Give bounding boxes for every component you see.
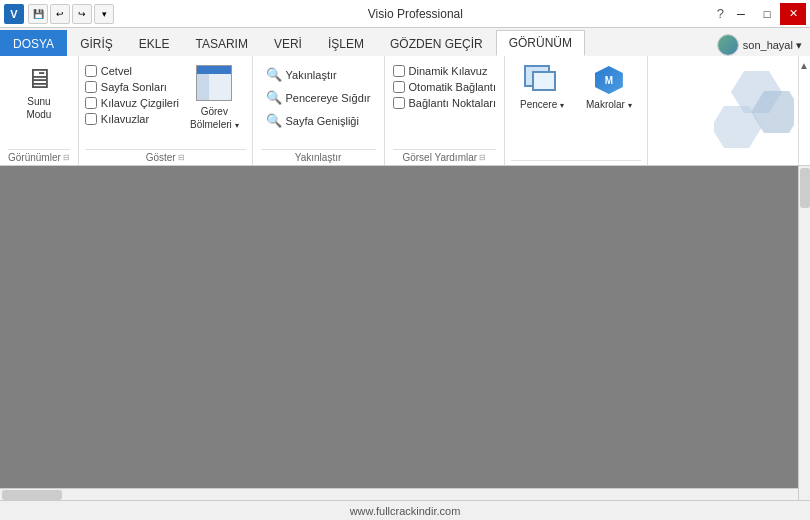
- baglanti-noktalari-input[interactable]: [393, 97, 405, 109]
- cetvel-input[interactable]: [85, 65, 97, 77]
- collapse-ribbon-button[interactable]: ▲: [798, 56, 810, 165]
- yakinlastir-icon: 🔍: [266, 67, 282, 82]
- dinamik-kilavuz-checkbox[interactable]: Dinamik Kılavuz: [393, 64, 496, 78]
- pencere-content: Pencere ▾ M Makrolar ▾: [511, 60, 641, 158]
- customize-button[interactable]: ▾: [94, 4, 114, 24]
- otomatik-baglanti-checkbox[interactable]: Otomatik Bağlantı: [393, 80, 496, 94]
- window-controls: ─ □ ✕: [728, 3, 806, 25]
- tab-tasarim[interactable]: TASARIM: [182, 30, 260, 56]
- goster-expand-icon[interactable]: ⊟: [178, 153, 185, 162]
- makrolar-arrow: ▾: [628, 101, 632, 110]
- user-menu[interactable]: son_hayal ▾: [717, 34, 802, 56]
- tab-gozden[interactable]: GÖZDEN GEÇİR: [377, 30, 496, 56]
- undo-button[interactable]: ↩: [50, 4, 70, 24]
- ribbon-group-goster: Cetvel Sayfa Sonları Kılavuz Çizgileri K…: [79, 56, 253, 165]
- tab-giris[interactable]: GİRİŞ: [67, 30, 126, 56]
- right-decoration: [648, 56, 798, 165]
- status-bar: www.fullcrackindir.com: [0, 500, 810, 520]
- tab-goruntum[interactable]: GÖRÜNÜM: [496, 30, 585, 56]
- goster-col1: Cetvel Sayfa Sonları Kılavuz Çizgileri K…: [85, 60, 179, 126]
- kilavuzlar-input[interactable]: [85, 113, 97, 125]
- hex-decoration: [714, 66, 794, 156]
- sunu-modu-label: SunuModu: [26, 95, 51, 121]
- sunu-modu-button[interactable]: 🖥 SunuModu: [17, 60, 61, 126]
- pencere-icon: [524, 65, 560, 95]
- gorev-bolmeleri-icon: [196, 65, 232, 101]
- otomatik-baglanti-input[interactable]: [393, 81, 405, 93]
- scrollbar-thumb[interactable]: [800, 168, 810, 208]
- yakinlastir-col: 🔍 Yakınlaştır 🔍 Pencereye Sığdır 🔍 Sayfa…: [261, 60, 376, 131]
- pencereye-sigdir-button[interactable]: 🔍 Pencereye Sığdır: [261, 87, 376, 108]
- kilavuz-cizgileri-checkbox[interactable]: Kılavuz Çizgileri: [85, 96, 179, 110]
- user-name: son_hayal ▾: [743, 39, 802, 52]
- cetvel-checkbox[interactable]: Cetvel: [85, 64, 179, 78]
- pencere-label: Pencere ▾: [520, 99, 564, 110]
- title-bar-right: ? ─ □ ✕: [717, 3, 806, 25]
- gorev-bolmeleri-button[interactable]: GörevBölmeleri ▾: [183, 60, 245, 136]
- gorsel-col: Dinamik Kılavuz Otomatik Bağlantı Bağlan…: [393, 60, 496, 110]
- gorsel-expand-icon[interactable]: ⊟: [479, 153, 486, 162]
- visio-icon: V: [4, 4, 24, 24]
- title-bar-left: V 💾 ↩ ↪ ▾: [4, 4, 114, 24]
- ribbon-content: 🖥 SunuModu Görünümler ⊟ Cetvel Sayfa Son…: [0, 56, 810, 166]
- quick-access-toolbar: 💾 ↩ ↪ ▾: [28, 4, 114, 24]
- kilavuz-cizgileri-input[interactable]: [85, 97, 97, 109]
- ribbon-group-pencere: Pencere ▾ M Makrolar ▾: [505, 56, 648, 165]
- ribbon-group-goruntumler: 🖥 SunuModu Görünümler ⊟: [0, 56, 79, 165]
- sayfa-sonlari-input[interactable]: [85, 81, 97, 93]
- pencereye-sigdir-icon: 🔍: [266, 90, 282, 105]
- makrolar-icon: M: [591, 65, 627, 95]
- sunu-modu-icon: 🖥: [25, 65, 53, 93]
- dinamik-kilavuz-input[interactable]: [393, 65, 405, 77]
- yakinlastir-content: 🔍 Yakınlaştır 🔍 Pencereye Sığdır 🔍 Sayfa…: [261, 60, 376, 147]
- minimize-button[interactable]: ─: [728, 3, 754, 25]
- title-bar: V 💾 ↩ ↪ ▾ Visio Professional ? ─ □ ✕: [0, 0, 810, 28]
- makrolar-hex: M: [595, 66, 623, 94]
- tab-dosya[interactable]: DOSYA: [0, 30, 67, 56]
- sayfa-sonlari-checkbox[interactable]: Sayfa Sonları: [85, 80, 179, 94]
- makrolar-button[interactable]: M Makrolar ▾: [577, 60, 641, 115]
- ribbon-tabs: DOSYA GİRİŞ EKLE TASARIM VERİ İŞLEM GÖZD…: [0, 28, 810, 56]
- vertical-scrollbar[interactable]: [798, 166, 810, 500]
- ribbon-group-gorsel: Dinamik Kılavuz Otomatik Bağlantı Bağlan…: [385, 56, 505, 165]
- ribbon-group-yakinlastir: 🔍 Yakınlaştır 🔍 Pencereye Sığdır 🔍 Sayfa…: [253, 56, 385, 165]
- gorsel-content: Dinamik Kılavuz Otomatik Bağlantı Bağlan…: [393, 60, 496, 147]
- icon-top-bar: [197, 66, 231, 74]
- pencere-arrow: ▾: [560, 101, 564, 110]
- sayfa-genisligi-icon: 🔍: [266, 113, 282, 128]
- close-button[interactable]: ✕: [780, 3, 806, 25]
- tab-veri[interactable]: VERİ: [261, 30, 315, 56]
- horizontal-scrollbar[interactable]: [0, 488, 798, 500]
- icon-side-panel: [197, 74, 209, 100]
- goster-content: Cetvel Sayfa Sonları Kılavuz Çizgileri K…: [85, 60, 246, 147]
- maximize-button[interactable]: □: [754, 3, 780, 25]
- tab-islem[interactable]: İŞLEM: [315, 30, 377, 56]
- yakinlastir-label: Yakınlaştır: [261, 149, 376, 165]
- pencere-win2: [532, 71, 556, 91]
- main-canvas: [0, 166, 810, 500]
- tab-ekle[interactable]: EKLE: [126, 30, 183, 56]
- help-button[interactable]: ?: [717, 6, 724, 21]
- avatar-image: [718, 35, 738, 55]
- goruntumler-expand-icon[interactable]: ⊟: [63, 153, 70, 162]
- pencere-button[interactable]: Pencere ▾: [511, 60, 573, 115]
- gorev-dropdown-arrow: ▾: [235, 121, 239, 130]
- save-button[interactable]: 💾: [28, 4, 48, 24]
- user-avatar: [717, 34, 739, 56]
- baglanti-noktalari-checkbox[interactable]: Bağlantı Noktaları: [393, 96, 496, 110]
- status-text: www.fullcrackindir.com: [350, 505, 461, 517]
- user-area: son_hayal ▾: [585, 34, 810, 56]
- ribbon-tabs-container: DOSYA GİRİŞ EKLE TASARIM VERİ İŞLEM GÖZD…: [0, 28, 810, 56]
- makrolar-label: Makrolar ▾: [586, 99, 632, 110]
- collapse-icon: ▲: [799, 60, 809, 71]
- sayfa-genisligi-button[interactable]: 🔍 Sayfa Genişliği: [261, 110, 376, 131]
- yakinlastir-button[interactable]: 🔍 Yakınlaştır: [261, 64, 376, 85]
- h-scrollbar-thumb[interactable]: [2, 490, 62, 500]
- redo-button[interactable]: ↪: [72, 4, 92, 24]
- icon-main-area: [209, 74, 231, 100]
- gorsel-label: Görsel Yardımlar ⊟: [393, 149, 496, 165]
- gorev-bolmeleri-label: GörevBölmeleri ▾: [190, 105, 238, 131]
- goruntumler-label: Görünümler ⊟: [8, 149, 70, 165]
- kilavuzlar-checkbox[interactable]: Kılavuzlar: [85, 112, 179, 126]
- goster-label: Göster ⊟: [85, 149, 246, 165]
